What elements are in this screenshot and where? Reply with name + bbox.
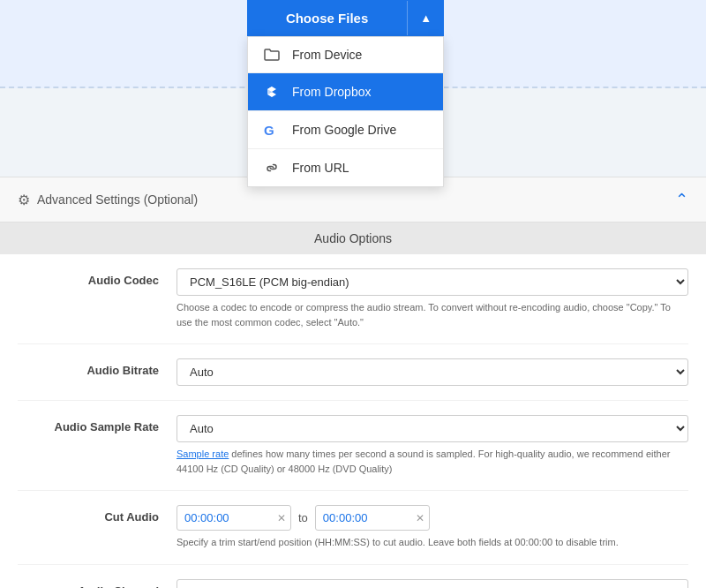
cut-audio-end-input[interactable]	[315, 505, 430, 531]
audio-bitrate-label: Audio Bitrate	[18, 358, 176, 377]
gear-icon: ⚙	[18, 192, 30, 208]
source-item-google-drive-label: From Google Drive	[292, 123, 396, 137]
cut-audio-row: Cut Audio ✕ to ✕ Specify a trim start/en…	[18, 491, 688, 565]
advanced-settings-chevron-icon[interactable]: ⌃	[675, 190, 688, 209]
cut-audio-start-clear-icon[interactable]: ✕	[277, 512, 286, 524]
source-item-url[interactable]: From URL	[248, 149, 443, 186]
audio-bitrate-content: Auto	[176, 358, 688, 386]
audio-channel-label: Audio Channel	[18, 579, 176, 589]
sample-rate-link[interactable]: Sample rate	[176, 449, 229, 459]
choose-files-label: Choose Files	[247, 0, 407, 36]
cut-audio-hint: Specify a trim start/end position (HH:MM…	[176, 535, 688, 550]
audio-codec-label: Audio Codec	[18, 268, 176, 287]
audio-options-title: Audio Options	[314, 231, 392, 245]
source-item-dropbox-label: From Dropbox	[292, 85, 371, 99]
to-label: to	[298, 511, 308, 524]
upload-area: Or drop for more Choose Files ▲ From Dev…	[0, 0, 706, 88]
source-item-dropbox[interactable]: From Dropbox	[248, 73, 443, 111]
audio-options-header: Audio Options	[0, 222, 706, 254]
cut-audio-start-input[interactable]	[176, 505, 291, 531]
audio-bitrate-select[interactable]: Auto	[176, 358, 688, 386]
audio-sample-rate-select[interactable]: Auto	[176, 415, 688, 442]
audio-bitrate-row: Audio Bitrate Auto	[18, 344, 688, 401]
google-drive-icon: G	[262, 122, 282, 138]
link-icon	[262, 160, 282, 176]
audio-codec-hint: Choose a codec to encode or compress the…	[176, 300, 688, 329]
audio-sample-rate-content: Auto Sample rate defines how many times …	[176, 415, 688, 476]
audio-codec-row: Audio Codec PCM_S16LE (PCM big-endian) C…	[18, 254, 688, 344]
source-menu: From Device From Dropbox G From Goog	[247, 36, 444, 187]
audio-sample-rate-row: Audio Sample Rate Auto Sample rate defin…	[18, 401, 688, 491]
audio-channel-row: Audio Channel No change	[18, 565, 688, 589]
audio-sample-rate-label: Audio Sample Rate	[18, 415, 176, 433]
advanced-settings-left: ⚙ Advanced Settings (Optional)	[18, 192, 198, 208]
cut-audio-inputs: ✕ to ✕	[176, 505, 688, 531]
choose-files-button[interactable]: Choose Files ▲	[247, 0, 444, 36]
folder-icon	[262, 48, 282, 62]
audio-codec-content: PCM_S16LE (PCM big-endian) Choose a code…	[176, 268, 688, 329]
source-item-device[interactable]: From Device	[248, 37, 443, 73]
audio-codec-select[interactable]: PCM_S16LE (PCM big-endian)	[176, 268, 688, 296]
audio-channel-content: No change	[176, 579, 688, 589]
chevron-up-icon[interactable]: ▲	[407, 1, 444, 35]
advanced-settings-label: Advanced Settings (Optional)	[37, 192, 198, 207]
cut-audio-end-wrapper: ✕	[315, 505, 430, 531]
cut-audio-start-wrapper: ✕	[176, 505, 291, 531]
audio-channel-select[interactable]: No change	[176, 579, 688, 589]
settings-area: Audio Codec PCM_S16LE (PCM big-endian) C…	[0, 254, 706, 588]
cut-audio-label: Cut Audio	[18, 505, 176, 524]
dropbox-icon	[262, 84, 282, 100]
source-item-url-label: From URL	[292, 161, 349, 175]
cut-audio-content: ✕ to ✕ Specify a trim start/end position…	[176, 505, 688, 550]
audio-sample-rate-hint: Sample rate defines how many times per s…	[176, 447, 688, 476]
source-item-device-label: From Device	[292, 48, 362, 62]
svg-text:G: G	[264, 123, 274, 138]
file-source-dropdown: Choose Files ▲ From Device	[247, 0, 444, 187]
cut-audio-end-clear-icon[interactable]: ✕	[416, 512, 424, 524]
audio-options-section: Audio Options Audio Codec PCM_S16LE (PCM…	[0, 222, 706, 588]
source-item-google-drive[interactable]: G From Google Drive	[248, 111, 443, 149]
